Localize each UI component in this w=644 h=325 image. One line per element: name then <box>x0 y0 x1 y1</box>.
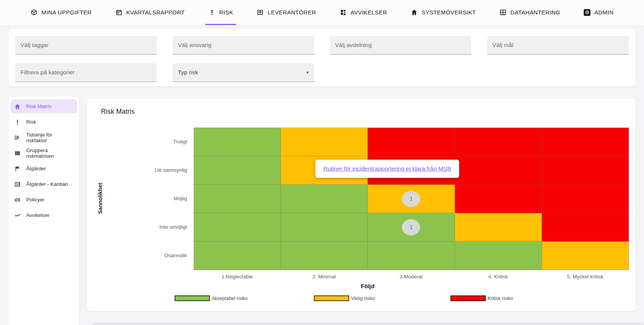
nav-item-risk[interactable]: RISK <box>205 0 236 25</box>
matrix-cell-r1c1-acceptable[interactable] <box>194 128 281 156</box>
sidebar-item-tg-rder[interactable]: Åtgärder <box>11 162 77 176</box>
nav-item-admin[interactable]: ⚙ADMIN <box>581 0 616 25</box>
sidebar-item-label: Avvikelser <box>26 212 49 218</box>
legend-item-kritisk-risiko: Kritisk risiko <box>450 295 513 301</box>
sidebar-item-tidslinje-f-r-riskfaktor[interactable]: Tidslinje för riskfaktor <box>11 130 77 144</box>
legend-swatch-acceptable <box>175 295 210 301</box>
sidebar-item-policyer[interactable]: Policyer <box>11 193 77 207</box>
y-tick-osannolik: Osannolik <box>87 241 190 270</box>
legend-label: Kritisk risiko <box>488 296 513 301</box>
nav-item-system-versikt[interactable]: SYSTEMÖVERSIKT <box>408 0 479 25</box>
sidebar-item-gruppera-riskmatrisen[interactable]: Gruppera riskmatrisen <box>11 146 77 160</box>
home-icon <box>411 9 418 16</box>
x-tick-1-neglectable: 1.Neglectable <box>194 274 281 279</box>
chevron-down-icon: ▾ <box>307 70 309 75</box>
sidebar-item-tg-rder-kanban[interactable]: Åtgärder - Kanban <box>11 177 77 191</box>
matrix-cell-r4c2-acceptable[interactable] <box>281 213 368 242</box>
matrix-cell-r3c5-critical[interactable] <box>542 185 629 213</box>
table-icon <box>257 9 264 16</box>
nav-item-avvikelser[interactable]: AVVIKELSER <box>337 0 390 25</box>
matrix-cell-r5c2-acceptable[interactable] <box>281 242 368 270</box>
matrix-cell-r5c4-acceptable[interactable] <box>455 242 542 270</box>
legend-label: Akseptabel risiko <box>212 296 248 301</box>
y-tick-litt-sannsynlig: Litt sannsynlig <box>87 156 190 184</box>
nav-item-label: LEVERANTÖRER <box>268 9 316 16</box>
matrix-cell-r5c3-acceptable[interactable] <box>368 242 455 270</box>
nav-item-leverant-rer[interactable]: LEVERANTÖRER <box>254 0 319 25</box>
next-section-edge <box>92 322 644 325</box>
matrix-cell-r2c4-critical[interactable] <box>455 156 542 185</box>
sidebar-item-label: Åtgärder <box>26 166 46 171</box>
matrix-cell-r4c1-acceptable[interactable] <box>194 213 281 242</box>
kanban-icon <box>14 181 21 188</box>
matrix-cell-r2c1-acceptable[interactable] <box>194 156 281 185</box>
matrix-cell-r4c3-acceptable[interactable]: 1 <box>368 213 455 242</box>
nav-item-kvartalsrapport[interactable]: KVARTALSRAPPORT <box>112 0 188 25</box>
x-tick-4-kritisk: 4. Kritisk <box>455 274 542 279</box>
legend-label: Viktig risiko <box>351 296 375 301</box>
matrix-cell-r1c2-important[interactable] <box>281 128 368 156</box>
filter-v-lj-avdelning-input[interactable] <box>330 36 471 55</box>
sidebar-item-label: Risk Matris <box>26 104 52 109</box>
nav-item-label: KVARTALSRAPPORT <box>126 9 185 16</box>
matrix-cell-r5c1-acceptable[interactable] <box>194 242 281 270</box>
risk-tooltip-link[interactable]: Rutiner för incidentrapportering ej klar… <box>323 165 451 172</box>
sidebar: Risk MatrisRiskTidslinje för riskfaktorG… <box>8 97 79 325</box>
timeline-icon <box>14 134 21 141</box>
top-nav-items: MINA UPPGIFTERKVARTALSRAPPORTRISKLEVERAN… <box>27 0 616 25</box>
nav-item-label: DATAHANTERING <box>510 9 560 16</box>
x-axis-title: Följd <box>361 283 375 289</box>
fence-icon <box>14 196 21 203</box>
matrix-cell-r3c1-acceptable[interactable] <box>194 185 281 213</box>
sidebar-item-risk[interactable]: Risk <box>11 115 77 129</box>
filter-v-lj-taggar-input[interactable] <box>15 36 157 55</box>
nav-item-datahantering[interactable]: DATAHANTERING <box>496 0 563 25</box>
select-value: Typ risk <box>178 69 198 76</box>
sidebar-item-risk-matris[interactable]: Risk Matris <box>11 99 77 113</box>
matrix-cell-r5c5-important[interactable] <box>542 242 629 270</box>
risk-matrix-card: Risk Matris Sannolikhet TroligtLitt sann… <box>87 99 636 311</box>
page: MINA UPPGIFTERKVARTALSRAPPORTRISKLEVERAN… <box>0 0 644 325</box>
matrix-cell-r2c5-critical[interactable] <box>542 156 629 185</box>
gear-icon: ⚙ <box>584 9 590 16</box>
matrix-cell-r3c3-important[interactable]: 1 <box>368 185 455 213</box>
package-icon <box>30 9 38 16</box>
filter-v-lj-ansvarig-input[interactable] <box>173 36 314 55</box>
y-tick-m-jlig: Möjlig <box>87 184 190 213</box>
sidebar-item-label: Tidslinje för riskfaktor <box>26 132 74 143</box>
home-icon <box>14 103 21 110</box>
filter-v-lj-m-l-input[interactable] <box>487 36 629 55</box>
exclamation-icon <box>208 9 216 16</box>
nav-item-label: SYSTEMÖVERSIKT <box>422 9 476 16</box>
legend-item-viktig-risiko: Viktig risiko <box>314 295 375 301</box>
y-tick-inte-om-jligt: Inte omöjligt <box>87 213 190 241</box>
legend-swatch-critical <box>450 295 486 301</box>
matrix-cell-r3c2-acceptable[interactable] <box>281 185 368 213</box>
nav-item-mina-uppgifter[interactable]: MINA UPPGIFTER <box>27 0 94 25</box>
risk-tooltip: Rutiner för incidentrapportering ej klar… <box>315 160 459 178</box>
matrix-cell-r1c3-critical[interactable] <box>368 128 455 156</box>
filter-typ-risk-select[interactable]: Typ risk▾ <box>173 63 314 82</box>
sidebar-item-avvikelser[interactable]: Avvikelser <box>11 208 77 222</box>
filter-filtrera-p-kategorier-input[interactable] <box>15 63 157 82</box>
matrix-cell-r4c5-critical[interactable] <box>542 213 629 242</box>
matrix-cell-r1c4-critical[interactable] <box>455 128 542 156</box>
matrix-cell-r4c4-important[interactable] <box>455 213 542 242</box>
dashboard-alert-icon <box>340 9 347 16</box>
legend-item-akseptabel-risiko: Akseptabel risiko <box>175 295 248 301</box>
x-tick-3-moderat: 3.Moderat <box>367 274 455 279</box>
sidebar-item-label: Policyer <box>26 197 44 203</box>
legend-swatch-important <box>314 295 349 301</box>
nav-item-label: MINA UPPGIFTER <box>41 9 91 16</box>
filter-panel: Typ risk▾ <box>8 29 636 86</box>
window-grid-icon <box>499 9 507 16</box>
risk-count-bubble[interactable]: 1 <box>402 191 420 207</box>
nav-item-label: AVVIKELSER <box>351 9 387 16</box>
card-title: Risk Matris <box>101 108 135 116</box>
risk-count-bubble[interactable]: 1 <box>402 219 420 236</box>
sidebar-item-label: Risk <box>26 119 36 125</box>
matrix-cell-r1c5-critical[interactable] <box>542 128 629 156</box>
matrix-cell-r3c4-critical[interactable] <box>455 185 542 213</box>
x-tick-5-mycket-kritisk: 5. Mycket kritisk <box>542 274 629 279</box>
calendar-icon <box>115 9 123 16</box>
